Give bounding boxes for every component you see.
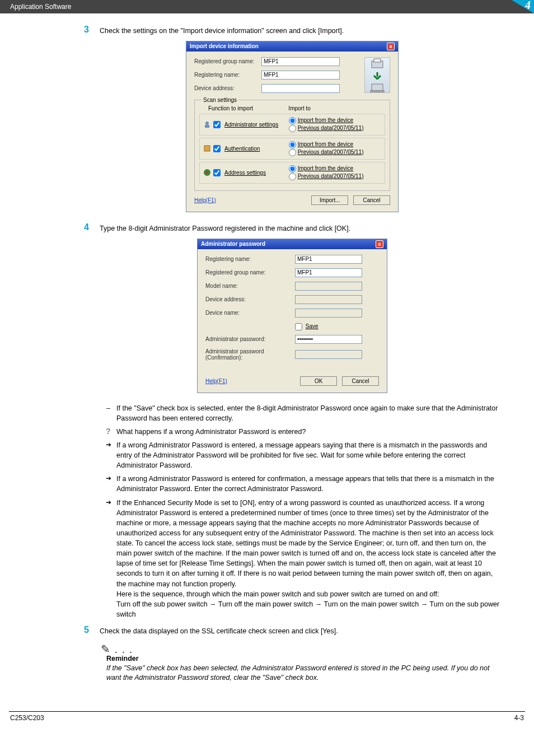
auth-label: Authentication xyxy=(224,146,260,152)
step-number: 4 xyxy=(84,222,100,232)
scan-row-admin: Administrator settings Import from the d… xyxy=(199,114,385,136)
reminder-body: If the "Save" check box has been selecte… xyxy=(106,664,500,683)
admin-password-label: Administrator password: xyxy=(205,336,295,342)
address-label: Address settings xyxy=(224,170,266,176)
help-link[interactable]: Help(F1) xyxy=(205,378,227,384)
chapter-number: 4 xyxy=(525,0,531,12)
address-import-device[interactable]: Import from the device xyxy=(289,165,381,172)
device-name-label: Device name: xyxy=(205,310,295,316)
step-number: 3 xyxy=(84,25,100,35)
auth-import-device[interactable]: Import from the device xyxy=(289,141,381,148)
arrow-down-icon xyxy=(372,72,382,80)
computer-icon xyxy=(369,83,385,92)
cancel-button[interactable]: Cancel xyxy=(342,376,379,386)
device-address-input[interactable] xyxy=(261,84,340,93)
registered-group-input[interactable] xyxy=(261,57,340,66)
note-enhanced-security: If the Enhanced Security Mode is set to … xyxy=(106,498,500,620)
reminder-icon: ✎ . . . xyxy=(101,642,500,656)
note-wrong-password: If a wrong Administrator Password is ent… xyxy=(106,440,500,470)
dialog-import-device-info: Import device information × Registered g… xyxy=(186,41,399,212)
registered-group-label: Registered group name: xyxy=(205,269,295,276)
step-text: Check the settings on the "Import device… xyxy=(100,25,344,36)
reminder-title: Reminder xyxy=(106,655,500,662)
admin-settings-label: Administrator settings xyxy=(224,122,278,128)
header-triangle-deco xyxy=(512,0,534,13)
save-checkbox-label[interactable]: Save xyxy=(295,323,318,330)
registered-group-input[interactable] xyxy=(295,268,362,277)
footer-page-number: 4-3 xyxy=(514,714,524,722)
auth-checkbox[interactable] xyxy=(213,145,221,152)
radio-import-device-3[interactable] xyxy=(289,165,296,172)
save-checkbox[interactable] xyxy=(295,323,302,330)
page-header: Application Software 4 xyxy=(0,0,534,13)
scan-row-auth: Authentication Import from the device Pr… xyxy=(199,138,385,160)
device-address-input xyxy=(295,295,362,304)
scan-settings-legend: Scan settings xyxy=(202,97,238,103)
svg-rect-3 xyxy=(371,91,384,92)
admin-previous-data[interactable]: Previous data(2007/05/11) xyxy=(289,125,381,132)
printer-icon xyxy=(369,58,385,69)
note-question: What happens if a wrong Administrator Pa… xyxy=(106,427,500,437)
scan-settings-group: Scan settings Function to import Import … xyxy=(194,100,390,191)
help-link[interactable]: Help(F1) xyxy=(194,197,216,203)
cancel-button[interactable]: Cancel xyxy=(353,195,390,205)
section-title: Application Software xyxy=(10,3,71,11)
registering-name-label: Registering name: xyxy=(205,256,295,262)
step-text: Type the 8-digit Administrator Password … xyxy=(100,222,350,234)
address-checkbox[interactable] xyxy=(213,169,221,176)
ok-button[interactable]: OK xyxy=(300,376,337,386)
admin-settings-checkbox[interactable] xyxy=(213,121,221,128)
dialog-title: Administrator password xyxy=(201,241,265,247)
model-name-label: Model name: xyxy=(205,283,295,289)
model-name-input xyxy=(295,282,362,291)
dialog-admin-password: Administrator password × Registering nam… xyxy=(197,239,387,393)
radio-previous-data[interactable] xyxy=(289,125,296,132)
page-footer: C253/C203 4-3 xyxy=(0,712,534,726)
svg-point-8 xyxy=(206,171,208,174)
close-icon[interactable]: × xyxy=(387,43,395,50)
radio-previous-data-2[interactable] xyxy=(289,149,296,156)
person-icon xyxy=(203,120,211,128)
admin-password-input[interactable] xyxy=(295,335,362,344)
device-name-input xyxy=(295,309,362,318)
radio-import-device-2[interactable] xyxy=(289,141,296,148)
col-function: Function to import xyxy=(199,105,288,111)
address-icon xyxy=(203,169,211,176)
scan-row-address: Address settings Import from the device … xyxy=(199,162,385,184)
step-3: 3 Check the settings on the "Import devi… xyxy=(84,25,500,36)
device-address-label: Device address: xyxy=(205,296,295,302)
step-number: 5 xyxy=(84,625,100,635)
registering-name-label: Registering name: xyxy=(194,72,261,78)
step-4: 4 Type the 8-digit Administrator Passwor… xyxy=(84,222,500,234)
import-button[interactable]: Import... xyxy=(311,195,348,205)
col-import-to: Import to xyxy=(288,105,385,111)
auth-previous-data[interactable]: Previous data(2007/05/11) xyxy=(289,149,381,156)
dialog-titlebar: Administrator password × xyxy=(198,239,387,249)
radio-previous-data-3[interactable] xyxy=(289,173,296,180)
notes-list: If the "Save" check box is selected, ent… xyxy=(84,403,500,620)
svg-rect-5 xyxy=(205,125,209,128)
dialog-title: Import device information xyxy=(190,43,259,49)
admin-password-confirm-input xyxy=(295,350,362,359)
dialog-titlebar: Import device information × xyxy=(186,41,398,52)
registered-group-label: Registered group name: xyxy=(194,58,261,64)
address-previous-data[interactable]: Previous data(2007/05/11) xyxy=(289,173,381,180)
step-5: 5 Check the data displayed on the SSL ce… xyxy=(84,625,500,637)
auth-icon xyxy=(203,144,211,152)
registering-name-input[interactable] xyxy=(295,255,362,264)
svg-rect-2 xyxy=(372,84,383,91)
device-address-label: Device address: xyxy=(194,85,261,91)
svg-rect-1 xyxy=(374,59,381,62)
radio-import-device[interactable] xyxy=(289,117,296,124)
note-confirmation-mismatch: If a wrong Administrator Password is ent… xyxy=(106,474,500,494)
svg-point-4 xyxy=(205,122,209,125)
svg-rect-6 xyxy=(204,146,210,151)
admin-password-confirm-label: Administrator password (Confirmation): xyxy=(205,348,295,361)
device-transfer-illustration xyxy=(364,57,390,93)
close-icon[interactable]: × xyxy=(376,240,383,248)
registering-name-input[interactable] xyxy=(261,71,340,80)
step-text: Check the data displayed on the SSL cert… xyxy=(100,625,338,637)
footer-model: C253/C203 xyxy=(10,714,44,722)
admin-import-device[interactable]: Import from the device xyxy=(289,117,381,124)
note-save-checkbox: If the "Save" check box is selected, ent… xyxy=(106,403,500,423)
